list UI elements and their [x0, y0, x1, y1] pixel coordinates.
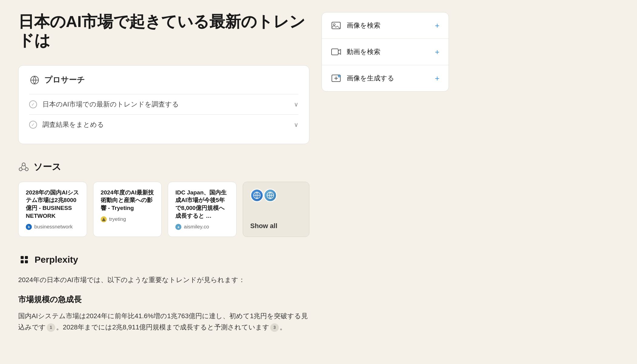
source-name-2: tryeting — [109, 216, 126, 222]
citation-badge-1[interactable]: 1 — [47, 323, 55, 332]
source-name-1: businessnetwork — [34, 224, 73, 230]
sidebar-item-label-image-search: 画像を検索 — [347, 21, 380, 30]
plus-icon-image-search: + — [435, 21, 440, 30]
globe-icon-2 — [264, 189, 277, 202]
source-card-footer-3: a aismiley.co — [175, 224, 229, 230]
source-card-2[interactable]: 2024年度のAI最新技術動向と産業への影響 - Tryeting tryeti… — [93, 182, 162, 237]
pro-search-icon — [29, 75, 40, 86]
show-all-card[interactable]: Show all — [243, 182, 309, 237]
sidebar-card: 画像を検索 + 動画を検索 + — [322, 12, 449, 92]
source-card-footer-1: b businessnetwork — [26, 224, 79, 230]
source-card-1[interactable]: 2028年の国内AIシステム市場は2兆8000億円 - BUSINESS NET… — [18, 182, 87, 237]
sources-icon — [18, 161, 29, 172]
image-generate-icon — [331, 73, 341, 83]
source-favicon-1: b — [26, 224, 32, 230]
source-card-3[interactable]: IDC Japan、国内生成AI市場が今後5年で8,000億円規模へ成長すると … — [168, 182, 237, 237]
sidebar: 画像を検索 + 動画を検索 + — [322, 12, 449, 352]
svg-point-18 — [333, 24, 335, 25]
source-name-3: aismiley.co — [184, 224, 209, 230]
svg-rect-19 — [332, 49, 338, 55]
svg-rect-16 — [25, 260, 28, 263]
svg-line-5 — [21, 165, 22, 168]
plus-icon-video-search: + — [435, 47, 440, 57]
main-content: 日本のAI市場で起きている最新のトレンドは プロサーチ ✓ 日本のAI市場での最… — [18, 12, 309, 352]
market-heading: 市場規模の急成長 — [18, 294, 309, 305]
source-card-title-3: IDC Japan、国内生成AI市場が今後5年で8,000億円規模へ成長すると … — [175, 189, 229, 220]
step-check-1: ✓ — [29, 100, 37, 108]
market-text-end: 。 — [280, 323, 286, 331]
perplexity-icon — [18, 254, 30, 266]
step-check-2: ✓ — [29, 121, 37, 129]
market-body: 国内AIシステム市場は2024年に前年比41.6%増の1兆763億円に達し、初め… — [18, 310, 309, 333]
step-text-1: 日本のAI市場での最新のトレンドを調査する — [42, 100, 179, 109]
search-step-1[interactable]: ✓ 日本のAI市場での最新のトレンドを調査する ∨ — [29, 94, 298, 114]
pro-search-box: プロサーチ ✓ 日本のAI市場での最新のトレンドを調査する ∨ ✓ 調査結果をま… — [18, 65, 309, 144]
video-search-icon — [331, 47, 341, 57]
svg-rect-13 — [21, 256, 24, 259]
source-favicon-2 — [101, 216, 107, 222]
sources-section-title: ソース — [33, 161, 61, 173]
step-text-2: 調査結果をまとめる — [42, 120, 104, 129]
svg-marker-8 — [102, 217, 106, 221]
show-all-icons — [250, 189, 277, 202]
perplexity-header: Perplexity — [18, 254, 309, 266]
sources-section-header: ソース — [18, 161, 309, 173]
market-text-part2: 。2028年までには2兆8,911億円規模まで成長すると予測されています — [56, 323, 269, 331]
citation-badge-2[interactable]: 3 — [270, 323, 279, 332]
svg-point-4 — [25, 168, 28, 171]
svg-rect-14 — [25, 256, 28, 259]
perplexity-title: Perplexity — [35, 254, 78, 265]
image-search-icon — [331, 20, 341, 31]
svg-rect-15 — [21, 260, 24, 263]
sidebar-item-label-image-generate: 画像を生成する — [347, 74, 394, 83]
page-title: 日本のAI市場で起きている最新のトレンドは — [18, 12, 309, 50]
plus-icon-image-generate: + — [435, 74, 440, 83]
search-step-2[interactable]: ✓ 調査結果をまとめる ∨ — [29, 114, 298, 135]
source-card-title-2: 2024年度のAI最新技術動向と産業への影響 - Tryeting — [101, 189, 154, 212]
sources-grid: 2028年の国内AIシステム市場は2兆8000億円 - BUSINESS NET… — [18, 182, 309, 237]
sidebar-item-video-search[interactable]: 動画を検索 + — [322, 39, 449, 65]
globe-icon-1 — [250, 189, 264, 202]
sidebar-item-image-generate[interactable]: 画像を生成する + — [322, 65, 449, 91]
chevron-down-icon-1: ∨ — [294, 101, 298, 108]
pro-search-title: プロサーチ — [44, 75, 85, 85]
svg-point-3 — [19, 168, 22, 171]
pro-search-header: プロサーチ — [29, 75, 298, 86]
source-card-title-1: 2028年の国内AIシステム市場は2兆8000億円 - BUSINESS NET… — [26, 189, 79, 220]
svg-point-2 — [22, 163, 25, 166]
show-all-text: Show all — [250, 222, 277, 230]
svg-line-6 — [25, 165, 26, 168]
sidebar-item-label-video-search: 動画を検索 — [347, 47, 380, 56]
source-favicon-3: a — [175, 224, 181, 230]
source-card-footer-2: tryeting — [101, 216, 154, 222]
sidebar-item-image-search[interactable]: 画像を検索 + — [322, 12, 449, 39]
chevron-down-icon-2: ∨ — [294, 121, 298, 128]
perplexity-intro: 2024年の日本のAI市場では、以下のような重要なトレンドが見られます： — [18, 274, 309, 285]
